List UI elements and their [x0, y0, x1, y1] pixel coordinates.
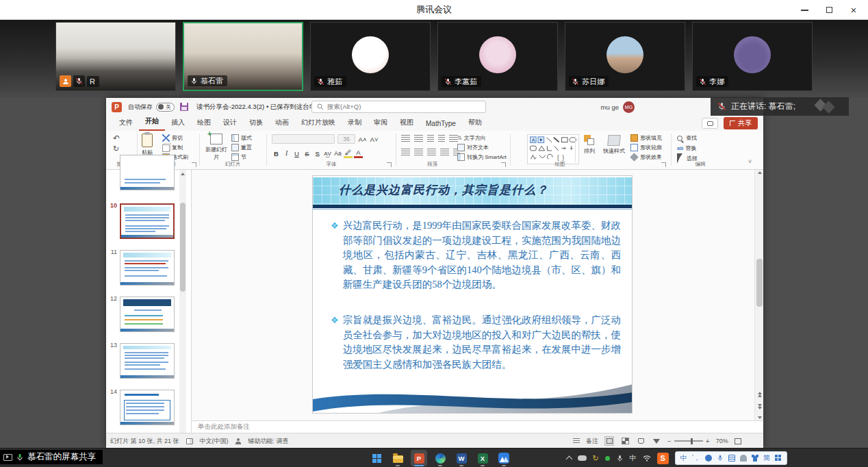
grow-font-icon[interactable]: A˄ — [358, 136, 367, 143]
copy-button[interactable]: 复制 — [162, 143, 188, 152]
notes-toggle-icon[interactable] — [573, 438, 580, 444]
participant-tile[interactable]: 慕石雷 — [183, 22, 303, 91]
tab-animations[interactable]: 动画 — [269, 115, 295, 131]
tab-record[interactable]: 录制 — [342, 115, 368, 131]
reading-view-icon[interactable] — [636, 436, 646, 446]
notes-pane[interactable]: 单击此处添加备注 — [192, 420, 763, 433]
zoom-slider[interactable]: −+ — [667, 438, 710, 445]
tencent-meeting-icon[interactable] — [496, 450, 512, 466]
shape-fill-button[interactable]: 形状填充 — [630, 134, 662, 142]
scroll-up-icon[interactable] — [179, 170, 186, 178]
autosave-toggle[interactable]: 关 — [156, 103, 175, 112]
text-direction-button[interactable]: ⇅文字方向 — [457, 134, 507, 142]
account-area[interactable]: mu ge MG — [601, 98, 635, 116]
scroll-down-icon[interactable] — [755, 416, 764, 419]
tab-view[interactable]: 视图 — [394, 115, 420, 131]
tab-help[interactable]: 帮助 — [462, 115, 488, 131]
bold-button[interactable]: B — [272, 150, 281, 157]
participant-tile[interactable]: R — [55, 22, 176, 91]
participant-tile[interactable]: 李蕙茹 — [437, 22, 558, 91]
dialog-launcher-icon[interactable] — [661, 162, 666, 167]
sync-icon[interactable]: ↻ — [593, 455, 599, 462]
numbering-icon[interactable] — [414, 135, 423, 142]
zoom-level[interactable]: 70% — [716, 438, 728, 444]
ime-toolbox-icon[interactable] — [775, 455, 782, 462]
redo-icon[interactable]: ↻ — [113, 144, 119, 153]
slide-thumbnail[interactable] — [120, 390, 175, 425]
cut-button[interactable]: 剪切 — [162, 134, 188, 142]
find-button[interactable]: 查找 — [677, 134, 698, 142]
scroll-up-icon[interactable] — [755, 171, 764, 174]
collapse-ribbon-icon[interactable]: ˅ — [748, 158, 752, 165]
notes-toggle-label[interactable]: 备注 — [586, 437, 598, 446]
shapes-gallery[interactable]: A {} — [527, 134, 579, 164]
ime-account-icon[interactable] — [740, 455, 747, 462]
change-case-button[interactable]: Aa — [333, 150, 342, 157]
next-slide-icon[interactable] — [755, 404, 764, 409]
comments-icon[interactable] — [702, 118, 718, 129]
italic-button[interactable]: I — [282, 150, 291, 157]
share-button[interactable]: 共享 — [724, 117, 758, 129]
edge-icon[interactable] — [432, 450, 448, 466]
previous-slide-icon[interactable] — [755, 392, 764, 397]
minimize-icon[interactable] — [798, 4, 810, 16]
align-center-icon[interactable] — [414, 149, 423, 155]
tray-mic-icon[interactable] — [616, 455, 624, 462]
arrange-button[interactable]: 排列 — [584, 135, 595, 155]
ime-mode-indicator[interactable]: 中 — [680, 453, 687, 463]
shape-outline-button[interactable]: 形状轮廓 — [630, 143, 662, 152]
justify-icon[interactable] — [440, 149, 449, 155]
decrease-indent-icon[interactable] — [427, 135, 434, 142]
tray-expand-icon[interactable] — [565, 456, 572, 463]
reset-button[interactable]: 重置 — [231, 143, 252, 152]
canvas-scrollbar[interactable] — [754, 170, 763, 420]
bullets-icon[interactable] — [401, 135, 410, 142]
emoji-icon[interactable] — [705, 455, 712, 462]
slide-thumbnail[interactable] — [120, 296, 175, 332]
powerpoint-icon[interactable]: P — [411, 450, 427, 466]
participant-tile[interactable]: 雅茹 — [310, 22, 431, 91]
slide-thumbnail[interactable] — [120, 343, 175, 379]
wifi-icon[interactable] — [643, 455, 651, 462]
paste-button[interactable]: 粘贴 — [142, 134, 153, 156]
new-slide-button[interactable]: 新建幻灯片 — [205, 134, 228, 161]
font-color-icon[interactable]: A — [354, 149, 363, 158]
undo-icon[interactable]: ↶ — [113, 134, 120, 143]
tab-file[interactable]: 文件 — [113, 115, 139, 131]
participant-tile[interactable]: 李娜 — [692, 22, 813, 91]
slideshow-icon[interactable] — [652, 436, 661, 446]
slide[interactable]: 什么是兴边富民行动，其宗旨是什么？ ❖ 兴边富民行动，是1999年由国家民委联合… — [312, 175, 633, 414]
normal-view-icon[interactable] — [604, 436, 614, 446]
slide-thumbnail[interactable] — [120, 155, 175, 190]
highlight-color-icon[interactable]: 🖉 — [344, 149, 353, 158]
accessibility-status[interactable]: 辅助功能: 调查 — [248, 437, 289, 446]
tab-mathtype[interactable]: MathType — [420, 117, 462, 131]
underline-button[interactable]: U — [292, 150, 301, 157]
language-indicator[interactable]: 中文(中国) — [200, 437, 229, 446]
cloud-icon[interactable] — [578, 455, 587, 461]
sogou-icon[interactable]: S — [657, 453, 669, 464]
character-spacing-icon[interactable]: A͜V — [323, 151, 332, 157]
spellcheck-icon[interactable] — [186, 438, 193, 444]
slide-thumbnail[interactable] — [120, 250, 175, 286]
ime-punctuation[interactable]: ’， — [692, 453, 700, 463]
word-icon[interactable]: W — [453, 450, 470, 466]
tab-slideshow[interactable]: 幻灯片放映 — [295, 115, 342, 131]
fit-to-window-icon[interactable] — [735, 438, 741, 444]
font-size-combo[interactable]: 36 — [337, 134, 355, 144]
shape-effects-button[interactable]: 形状效果 — [630, 153, 662, 162]
align-right-icon[interactable] — [427, 149, 436, 155]
participant-tile[interactable]: 苏日娜 — [565, 22, 685, 91]
ime-skin-icon[interactable] — [752, 455, 758, 462]
document-title[interactable]: 读书分享会-2022.4.3(2) • 已保存到这台电脑 ▾ — [196, 103, 327, 112]
search-input[interactable]: 搜索(Alt+Q) — [311, 101, 486, 113]
dialog-launcher-icon[interactable] — [192, 162, 196, 167]
ime-simplified-indicator[interactable]: 简 — [763, 453, 770, 463]
tab-insert[interactable]: 插入 — [165, 115, 191, 131]
tab-review[interactable]: 审阅 — [368, 115, 394, 131]
text-shadow-icon[interactable]: S — [313, 150, 322, 157]
tab-design[interactable]: 设计 — [217, 115, 243, 131]
screen-share-label[interactable]: 慕石雷的屏幕共享 — [0, 450, 103, 464]
status-dot-icon[interactable] — [605, 456, 610, 461]
tab-draw[interactable]: 绘图 — [191, 115, 217, 131]
